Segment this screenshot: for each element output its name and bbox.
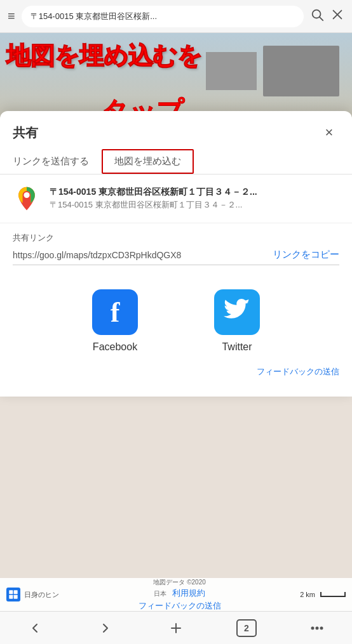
menu-icon[interactable]: ≡	[8, 9, 15, 23]
svg-rect-8	[14, 595, 18, 599]
copy-link-button[interactable]: リンクをコピー	[273, 249, 339, 261]
share-link-row: https://goo.gl/maps/tdzpxCD3RpHkdQGX8 リン…	[13, 249, 339, 265]
twitter-label: Twitter	[222, 341, 252, 353]
map-feedback-link[interactable]: フィードバックの送信	[139, 601, 221, 610]
tab-embed-map[interactable]: 地図を埋め込む	[102, 149, 194, 174]
share-title: 共有	[13, 124, 38, 141]
map-bottom-center: 地図データ ©2020 日本 利用規約 フィードバックの送信	[139, 577, 221, 612]
svg-point-13	[320, 627, 322, 629]
map-copyright: 地図データ ©2020	[139, 577, 221, 587]
scale-label: 2 km	[300, 591, 315, 598]
share-header: 共有 ×	[0, 111, 352, 149]
facebook-share-button[interactable]: f Facebook	[92, 289, 138, 353]
more-options-button[interactable]	[301, 615, 334, 641]
map-bottom-bar: 日身のヒン 地図データ ©2020 日本 利用規約 フィードバックの送信 2 k…	[0, 578, 352, 611]
twitter-share-button[interactable]: Twitter	[214, 289, 260, 353]
location-text-block: 〒154-0015 東京都世田谷区桜新町１丁目３４－２... 〒154-0015…	[50, 187, 339, 211]
map-terms-link[interactable]: 利用規約	[172, 588, 205, 598]
browser-close-icon[interactable]	[330, 8, 344, 25]
address-text: 〒154-0015 東京都世田谷区桜新...	[30, 11, 157, 22]
forward-button[interactable]	[89, 615, 122, 641]
building-1	[263, 46, 339, 96]
map-bottom-left: 日身のヒン	[6, 588, 59, 601]
svg-point-4	[24, 192, 29, 198]
tab-count: 2	[236, 619, 257, 637]
tab-send-link[interactable]: リンクを送信する	[0, 149, 102, 174]
map-hint-text: 日身のヒン	[24, 590, 59, 600]
scale-bar-visual	[320, 592, 346, 597]
social-share-area: f Facebook Twitter	[0, 270, 352, 365]
feedback-link[interactable]: フィードバックの送信	[257, 367, 339, 376]
add-tab-button[interactable]	[159, 615, 193, 641]
browser-top-bar: ≡ 〒154-0015 東京都世田谷区桜新...	[0, 0, 352, 33]
google-maps-pin-icon	[13, 185, 41, 213]
feedback-row: フィードバックの送信	[0, 365, 352, 384]
map-overlay-main-text: 地図を埋め込むを	[6, 43, 202, 70]
map-scale-bar: 2 km	[300, 591, 346, 598]
svg-rect-7	[9, 595, 13, 599]
twitter-bird-icon	[224, 299, 250, 325]
facebook-icon: f	[111, 296, 120, 329]
share-tabs: リンクを送信する 地図を埋め込む	[0, 149, 352, 174]
share-close-button[interactable]: ×	[319, 122, 339, 143]
twitter-icon-box	[214, 289, 260, 335]
address-bar[interactable]: 〒154-0015 東京都世田谷区桜新...	[22, 6, 304, 27]
map-region: 日本 利用規約	[139, 587, 221, 600]
svg-point-11	[311, 627, 313, 629]
map-feedback: フィードバックの送信	[139, 600, 221, 612]
share-link-section: 共有リンク https://goo.gl/maps/tdzpxCD3RpHkdQ…	[0, 223, 352, 270]
search-icon[interactable]	[310, 8, 324, 25]
location-sub: 〒154-0015 東京都世田谷区桜新町１丁目３４－２...	[50, 199, 339, 211]
svg-line-1	[320, 17, 323, 20]
share-link-url: https://goo.gl/maps/tdzpxCD3RpHkdQGX8	[13, 250, 265, 260]
svg-point-12	[316, 627, 318, 629]
bottom-nav-bar: 2	[0, 611, 352, 644]
building-2	[206, 52, 257, 90]
facebook-label: Facebook	[93, 341, 137, 353]
location-info: 〒154-0015 東京都世田谷区桜新町１丁目３４－２... 〒154-0015…	[0, 174, 352, 223]
tab-switcher-button[interactable]: 2	[230, 615, 263, 641]
location-name: 〒154-0015 東京都世田谷区桜新町１丁目３４－２...	[50, 187, 339, 198]
svg-rect-5	[9, 590, 13, 594]
share-sheet: 共有 × リンクを送信する 地図を埋め込む 〒154-0015 東京都世田谷区桜…	[0, 111, 352, 397]
svg-rect-6	[14, 590, 18, 594]
share-link-label: 共有リンク	[13, 232, 339, 244]
map-small-icon	[6, 588, 20, 601]
facebook-icon-box: f	[92, 289, 138, 335]
back-button[interactable]	[18, 615, 51, 641]
